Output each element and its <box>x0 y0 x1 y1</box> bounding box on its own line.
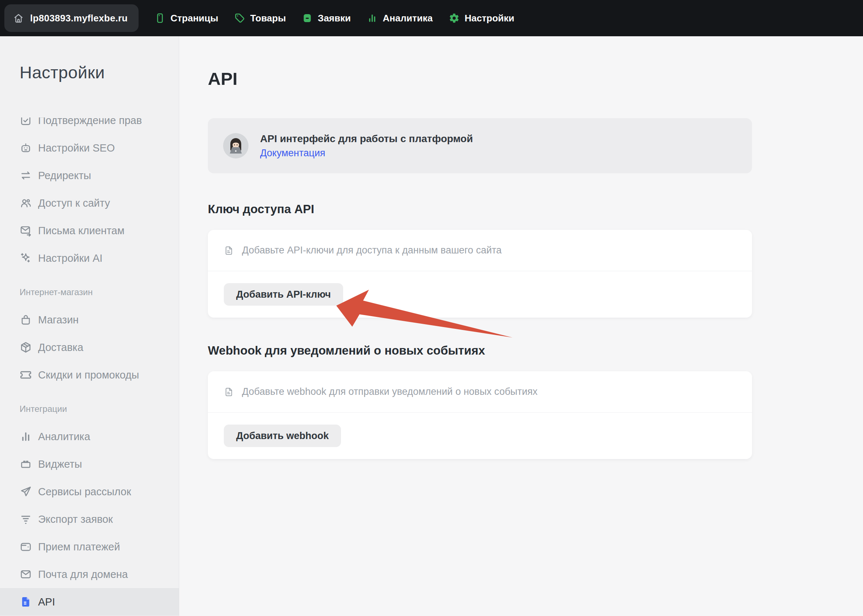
funnel-icon <box>20 513 32 525</box>
check-square-icon <box>20 118 32 127</box>
file-icon <box>20 596 32 608</box>
api-keys-empty-state: Добавьте API-ключи для доступа к данным … <box>208 230 752 271</box>
sidebar-item-seo[interactable]: Настройки SEO <box>0 134 179 162</box>
mail-send-icon <box>20 225 32 237</box>
shopping-bag-icon <box>20 314 32 326</box>
sidebar-item-widgets[interactable]: Виджеты <box>0 450 179 478</box>
sidebar-item-rights-confirmation[interactable]: Подтверждение прав <box>0 118 179 134</box>
sidebar-item-analytics[interactable]: Аналитика <box>0 423 179 450</box>
tag-icon <box>234 13 245 24</box>
webhooks-empty-state: Добавьте webhook для отправки уведомлени… <box>208 371 752 413</box>
sidebar-item-payments[interactable]: Прием платежей <box>0 533 179 561</box>
envelope-icon <box>20 568 32 580</box>
sidebar-nav: Подтверждение прав Настройки SEO <box>0 118 179 616</box>
sidebar-item-leads-export[interactable]: Экспорт заявок <box>0 505 179 533</box>
inbox-icon <box>302 13 313 24</box>
wallet-icon <box>20 541 32 553</box>
site-domain-button[interactable]: lp803893.myflexbe.ru <box>4 4 139 32</box>
sidebar-group-label-shop: Интернет-магазин <box>0 278 179 306</box>
ticket-icon <box>20 369 32 381</box>
page-title: API <box>208 68 863 89</box>
flexbe-settings-api-page: lp803893.myflexbe.ru Страницы <box>0 0 863 616</box>
documentation-link[interactable]: Документация <box>260 148 325 159</box>
technologist-avatar <box>223 133 249 159</box>
topnav-item-leads[interactable]: Заявки <box>302 13 351 24</box>
document-icon <box>224 387 234 397</box>
sidebar-item-discounts[interactable]: Скидки и промокоды <box>0 361 179 389</box>
webhooks-card: Добавьте webhook для отправки уведомлени… <box>208 371 752 459</box>
webhooks-placeholder: Добавьте webhook для отправки уведомлени… <box>242 386 538 398</box>
api-keys-heading: Ключ доступа API <box>208 202 863 216</box>
bar-chart-icon <box>367 13 378 24</box>
main-content: API API инте <box>180 36 863 616</box>
gear-icon <box>449 13 460 24</box>
topbar: lp803893.myflexbe.ru Страницы <box>0 0 863 36</box>
sidebar-item-domain-mail[interactable]: Почта для домена <box>0 561 179 588</box>
topnav-item-products[interactable]: Товары <box>234 13 286 24</box>
sidebar-group-label-integrations: Интеграции <box>0 395 179 423</box>
sidebar-item-redirects[interactable]: Редиректы <box>0 162 179 189</box>
topnav-item-pages[interactable]: Страницы <box>154 13 218 24</box>
users-icon <box>20 197 32 209</box>
settings-sidebar: Настройки Подтверждение прав <box>0 36 179 616</box>
package-icon <box>20 341 32 354</box>
api-keys-placeholder: Добавьте API-ключи для доступа к данным … <box>242 245 502 256</box>
robot-icon <box>20 142 32 154</box>
webhooks-heading: Webhook для уведомлений о новых событиях <box>208 344 863 357</box>
api-info-box: API интерфейс для работы с платформой До… <box>208 118 752 173</box>
home-icon <box>13 13 24 24</box>
sidebar-item-store[interactable]: Магазин <box>0 306 179 333</box>
document-icon <box>224 245 234 256</box>
api-info-title: API интерфейс для работы с платформой <box>260 133 473 145</box>
sidebar-item-delivery[interactable]: Доставка <box>0 333 179 361</box>
sidebar-item-client-emails[interactable]: Письма клиентам <box>0 217 179 244</box>
api-keys-card: Добавьте API-ключи для доступа к данным … <box>208 230 752 317</box>
sparkles-icon <box>20 252 32 264</box>
bar-chart-icon <box>20 431 32 443</box>
sidebar-item-ai-settings[interactable]: Настройки AI <box>0 244 179 272</box>
add-api-key-button[interactable]: Добавить API-ключ <box>224 283 343 306</box>
topnav-item-settings[interactable]: Настройки <box>449 13 514 24</box>
pages-icon <box>154 13 165 24</box>
widget-icon <box>20 458 32 470</box>
webhooks-actions: Добавить webhook <box>208 413 752 459</box>
sidebar-item-api[interactable]: API <box>0 588 179 616</box>
api-keys-actions: Добавить API-ключ <box>208 271 752 317</box>
paper-plane-icon <box>20 486 32 498</box>
topnav: Страницы Товары Заявки <box>154 13 514 24</box>
swap-arrows-icon <box>20 169 32 182</box>
site-domain: lp803893.myflexbe.ru <box>30 13 128 24</box>
add-webhook-button[interactable]: Добавить webhook <box>224 424 341 447</box>
topnav-item-analytics[interactable]: Аналитика <box>367 13 433 24</box>
sidebar-title: Настройки <box>20 62 179 83</box>
sidebar-item-site-access[interactable]: Доступ к сайту <box>0 189 179 217</box>
api-info-text: API интерфейс для работы с платформой До… <box>260 133 473 159</box>
sidebar-item-mailing-services[interactable]: Сервисы рассылок <box>0 478 179 505</box>
